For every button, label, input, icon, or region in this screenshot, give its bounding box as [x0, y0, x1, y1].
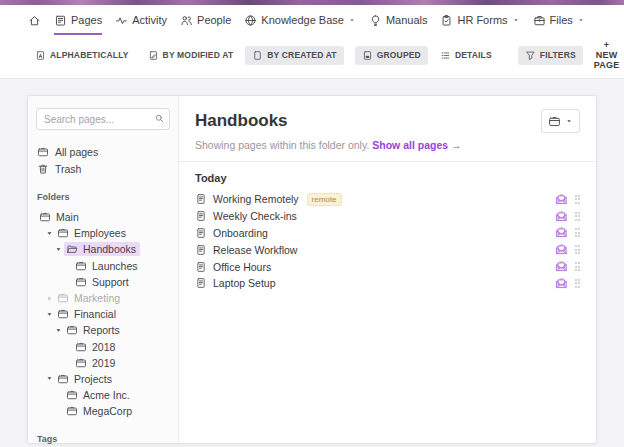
- envelope-action[interactable]: [555, 260, 568, 273]
- tri-down-icon: [46, 375, 53, 382]
- tree-item-label: Employees: [74, 227, 126, 239]
- tree-item-inner: Financial: [55, 307, 120, 321]
- sidebar-item-trash[interactable]: Trash: [36, 160, 170, 177]
- page-row-actions: [555, 243, 581, 256]
- folder-icon: [66, 405, 78, 417]
- nav-item-manuals[interactable]: Manuals: [369, 5, 428, 35]
- page-doc-icon-wrap: [195, 227, 207, 239]
- tree-expand-arrow[interactable]: [46, 311, 55, 318]
- nav-item-activity[interactable]: Activity: [115, 5, 167, 35]
- nav-item-people[interactable]: People: [180, 5, 231, 35]
- toolbar-button-label: DETAILS: [455, 50, 492, 60]
- tree-item-2019[interactable]: 2019: [36, 355, 170, 371]
- nav-item-hr-forms[interactable]: HR Forms: [440, 5, 519, 35]
- envelope-action[interactable]: [555, 226, 568, 239]
- envelope-open-icon: [555, 226, 568, 239]
- globe-icon: [244, 14, 257, 27]
- page-row-title: Release Workflow: [213, 244, 297, 256]
- drag-handle[interactable]: [575, 228, 581, 237]
- search-icon: [154, 113, 165, 124]
- drag-handle[interactable]: [575, 195, 581, 204]
- tree-expand-arrow[interactable]: [55, 246, 64, 253]
- tree-item-label: Marketing: [74, 292, 120, 304]
- app-header: PagesActivityPeopleKnowledge BaseManuals…: [0, 5, 624, 79]
- tree-item-support[interactable]: Support: [36, 274, 170, 290]
- page-row-weekly-check-ins[interactable]: Weekly Check-ins: [195, 208, 580, 225]
- sidebar-item-all-pages[interactable]: All pages: [36, 143, 170, 160]
- tree-item-inner: Support: [73, 275, 133, 289]
- nav-item-label: Files: [550, 14, 573, 26]
- page-doc-icon-wrap: [195, 244, 207, 256]
- toolbar-button-filters[interactable]: FILTERS: [518, 46, 583, 65]
- toolbar-button-details[interactable]: DETAILS: [433, 46, 499, 65]
- folder-icon: [75, 276, 87, 288]
- page-row-actions: [555, 193, 581, 206]
- page-row-laptop-setup[interactable]: Laptop Setup: [195, 275, 580, 292]
- nav-item-label: Manuals: [386, 14, 428, 26]
- new-page-button[interactable]: + NEW PAGE: [588, 39, 624, 71]
- tree-item-marketing[interactable]: Marketing: [36, 290, 170, 306]
- tree-collapse-arrow[interactable]: [46, 295, 55, 302]
- page-row-tag-remote[interactable]: remote: [307, 193, 342, 206]
- tree-item-inner: Marketing: [55, 291, 124, 305]
- toolbar-button-label: GROUPED: [377, 50, 421, 60]
- tree-item-label: Reports: [83, 324, 120, 336]
- tree-item-main[interactable]: Main: [36, 209, 170, 225]
- page-doc-icon-wrap: [195, 261, 207, 273]
- page-row-title: Weekly Check-ins: [213, 210, 297, 222]
- sidebar-menu: All pagesTrash: [36, 143, 170, 177]
- tree-expand-arrow[interactable]: [46, 375, 55, 382]
- files-icon: [533, 14, 546, 27]
- toolbar-button-by-created-at[interactable]: BY CREATED AT: [245, 46, 343, 65]
- tree-item-acme-inc[interactable]: Acme Inc.: [36, 387, 170, 403]
- toolbar-button-alphabetically[interactable]: ALPHABETICALLY: [28, 46, 136, 65]
- page-row-onboarding[interactable]: Onboarding: [195, 225, 580, 242]
- envelope-action[interactable]: [555, 277, 568, 290]
- page-row-office-hours[interactable]: Office Hours: [195, 258, 580, 275]
- page-row-working-remotely[interactable]: Working Remotelyremote: [195, 191, 580, 208]
- drag-handle[interactable]: [575, 262, 581, 271]
- tree-item-2018[interactable]: 2018: [36, 339, 170, 355]
- page-icon: [195, 227, 207, 239]
- toolbar-button-grouped[interactable]: GROUPED: [355, 46, 428, 65]
- drag-handle[interactable]: [575, 212, 581, 221]
- tree-item-label: Main: [56, 211, 79, 223]
- page-row-release-workflow[interactable]: Release Workflow: [195, 241, 580, 258]
- tree-item-launches[interactable]: Launches: [36, 258, 170, 274]
- toolbar-button-by-modified-at[interactable]: BY MODIFIED AT: [141, 46, 241, 65]
- tree-item-inner: 2018: [73, 340, 119, 354]
- nav-item-home[interactable]: [28, 5, 41, 35]
- tree-item-megacorp[interactable]: MegaCorp: [36, 403, 170, 419]
- envelope-action[interactable]: [555, 243, 568, 256]
- search-box: [36, 108, 170, 130]
- sort-alpha-icon: [35, 50, 46, 61]
- nav-item-knowledge-base[interactable]: Knowledge Base: [244, 5, 356, 35]
- tree-item-label: MegaCorp: [83, 405, 132, 417]
- tree-item-inner: Projects: [55, 372, 116, 386]
- tree-item-handbooks[interactable]: Handbooks: [36, 241, 170, 257]
- search-input[interactable]: [36, 108, 170, 130]
- show-all-pages-link[interactable]: Show all pages →: [372, 139, 461, 151]
- envelope-action[interactable]: [555, 193, 568, 206]
- folder-icon: [66, 389, 78, 401]
- folder-open-icon: [66, 243, 78, 255]
- nav-item-pages[interactable]: Pages: [54, 5, 102, 35]
- tree-expand-arrow[interactable]: [46, 230, 55, 237]
- tree-item-inner: Acme Inc.: [64, 388, 134, 402]
- tree-expand-arrow[interactable]: [55, 327, 64, 334]
- folder-dropdown-button[interactable]: [541, 109, 580, 133]
- tree-item-projects[interactable]: Projects: [36, 371, 170, 387]
- tree-item-employees[interactable]: Employees: [36, 225, 170, 241]
- nav-item-label: Activity: [132, 14, 167, 26]
- caret-down-icon: [565, 117, 573, 125]
- toolbar-button-label: BY CREATED AT: [267, 50, 336, 60]
- folder-icon: [75, 341, 87, 353]
- page-icon: [195, 210, 207, 222]
- tree-item-financial[interactable]: Financial: [36, 306, 170, 322]
- nav-item-files[interactable]: Files: [533, 5, 585, 35]
- envelope-action[interactable]: [555, 210, 568, 223]
- sidebar-item-label: All pages: [55, 146, 98, 158]
- tree-item-reports[interactable]: Reports: [36, 322, 170, 338]
- drag-handle[interactable]: [575, 245, 581, 254]
- drag-handle[interactable]: [575, 279, 581, 288]
